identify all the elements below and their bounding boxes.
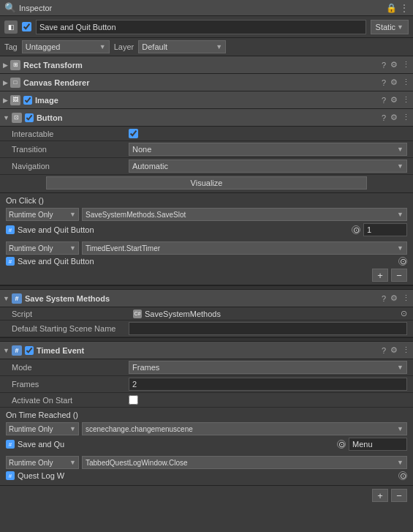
button-help[interactable]: ? [382,113,386,122]
script-name: SaveSystemMethods [145,310,221,318]
save-system-methods-title: Save System Methods [25,294,382,303]
onclick-section: On Click () Runtime Only ▼ SaveSystemMet… [0,193,413,285]
frames-input[interactable] [129,378,407,391]
mode-dropdown[interactable]: Frames ▼ [129,361,407,374]
image-menu[interactable]: ⋮ [402,95,410,105]
image-help[interactable]: ? [382,96,386,105]
on-time-entry-1: Runtime Only ▼ TabbedQuestLogWindow.Clos… [6,456,407,469]
transition-dropdown[interactable]: None ▼ [129,143,407,156]
save-system-methods-header[interactable]: ▼ # Save System Methods ? ⚙ ⋮ [0,290,413,307]
onclick-plus-btn[interactable]: + [372,269,388,282]
ssm-menu[interactable]: ⋮ [402,293,410,303]
timed-event-help[interactable]: ? [382,346,386,355]
rect-transform-help[interactable]: ? [382,61,386,70]
obj-ref-target-1[interactable]: ⊙ [398,257,407,266]
method-label-0: SaveSystemMethods.SaveSlot [86,211,186,219]
activate-on-start-label: Activate On Start [12,396,129,405]
method-dropdown-0[interactable]: SaveSystemMethods.SaveSlot ▼ [82,208,407,221]
navigation-dropdown[interactable]: Automatic ▼ [129,160,407,173]
on-time-obj-icon-0: # [6,440,15,449]
on-time-obj-label-1: Quest Log W [18,471,395,480]
obj-ref-icon-1: # [6,257,15,266]
on-time-method-0[interactable]: scenechange.changemenuscene ▼ [82,422,407,435]
layer-label: Layer [114,42,134,51]
on-time-reached-section: On Time Reached () Runtime Only ▼ scenec… [0,408,413,486]
canvas-renderer-icon: □ [10,78,20,88]
on-time-hash-0: # [9,441,12,448]
activate-on-start-field: Activate On Start [0,393,413,408]
object-active-checkbox[interactable] [22,22,31,31]
static-dropdown[interactable]: Static ▼ [371,20,409,34]
method-dropdown-1[interactable]: TimedEvent.StartTimer ▼ [82,241,407,255]
ssm-settings[interactable]: ⚙ [390,293,398,303]
interactable-checkbox[interactable] [129,129,138,138]
canvas-renderer-menu[interactable]: ⋮ [402,78,410,87]
image-checkbox[interactable] [23,96,32,105]
activate-on-start-checkbox[interactable] [129,395,138,405]
onclick-obj-row-0: # Save and Quit Button ⊙ [6,223,407,236]
lock-icon[interactable]: 🔒 [386,3,397,13]
button-settings[interactable]: ⚙ [390,113,398,122]
runtime-dropdown-1[interactable]: Runtime Only ▼ [6,241,79,255]
timed-event-menu[interactable]: ⋮ [402,345,410,355]
runtime-label-0: Runtime Only [9,211,53,219]
button-icon: ⊡ [12,113,22,123]
visualize-button[interactable]: Visualize [46,176,367,190]
image-settings[interactable]: ⚙ [390,95,398,105]
timed-event-settings[interactable]: ⚙ [390,345,398,355]
canvas-renderer-title: Canvas Renderer [23,78,382,87]
image-header[interactable]: ▶ 🖼 Image ? ⚙ ⋮ [0,91,413,109]
obj-ref-target-0[interactable]: ⊙ [352,225,360,234]
save-system-methods-icon: # [12,293,22,304]
on-time-value-0[interactable] [349,438,407,451]
button-arrow: ▼ [3,114,10,121]
interactable-field: Interactable [0,127,413,141]
on-time-runtime-1[interactable]: Runtime Only ▼ [6,456,79,469]
layer-value: Default [142,42,167,51]
timed-event-header[interactable]: ▼ # Timed Event ? ⚙ ⋮ [0,342,413,359]
menu-icon[interactable]: ⋮ [400,3,409,13]
object-header: ◧ Static ▼ [0,16,413,38]
canvas-renderer-header[interactable]: ▶ □ Canvas Renderer ? ⚙ ⋮ [0,74,413,91]
obj-ref-label-1: Save and Quit Button [18,257,395,266]
on-time-ref-target-0[interactable]: ⊙ [337,440,346,449]
rect-transform-menu[interactable]: ⋮ [402,60,410,70]
timed-event-title: Timed Event [37,346,382,355]
timed-event-checkbox[interactable] [25,346,34,355]
button-header[interactable]: ▼ ⊡ Button ? ⚙ ⋮ [0,109,413,127]
bottom-plus-btn[interactable]: + [372,489,388,502]
on-time-method-1[interactable]: TabbedQuestLogWindow.Close ▼ [82,456,407,469]
rect-transform-arrow: ▶ [3,61,8,69]
obj-ref-value-0[interactable] [363,223,407,236]
runtime-dropdown-0[interactable]: Runtime Only ▼ [6,208,79,221]
tag-dropdown[interactable]: Untagged ▼ [22,40,110,53]
rect-transform-settings[interactable]: ⚙ [390,60,398,70]
mode-value: Frames [132,363,159,372]
onclick-minus-btn[interactable]: − [391,269,407,282]
canvas-renderer-arrow: ▶ [3,79,8,86]
button-checkbox[interactable] [25,113,34,122]
onclick-title: On Click () [6,196,407,205]
on-time-obj-row-0: # Save and Qu ⊙ [6,438,407,451]
static-chevron: ▼ [397,23,403,31]
object-icon: ◧ [4,20,18,34]
script-field: Script C# SaveSystemMethods ⊙ [0,307,413,321]
layer-dropdown[interactable]: Default ▼ [138,40,226,53]
obj-ref-label-0: Save and Quit Button [18,225,349,234]
inspector-icon: 🔍 [4,2,16,13]
on-time-ref-target-1[interactable]: ⊙ [398,471,407,480]
on-time-runtime-0[interactable]: Runtime Only ▼ [6,422,79,435]
obj-ref-hash-1: # [9,258,12,265]
object-name-input[interactable] [36,20,366,34]
canvas-renderer-settings[interactable]: ⚙ [390,78,398,87]
bottom-minus-btn[interactable]: − [391,489,407,502]
default-scene-input[interactable] [129,322,407,335]
button-menu[interactable]: ⋮ [402,113,410,122]
save-system-methods-arrow: ▼ [3,295,10,302]
on-time-runtime-label-0: Runtime Only [9,425,53,433]
canvas-renderer-help[interactable]: ? [382,78,386,87]
script-target-icon[interactable]: ⊙ [401,309,407,318]
rect-transform-header[interactable]: ▶ ⊞ Rect Transform ? ⚙ ⋮ [0,56,413,74]
tag-value: Untagged [26,42,61,51]
ssm-help[interactable]: ? [382,294,386,303]
